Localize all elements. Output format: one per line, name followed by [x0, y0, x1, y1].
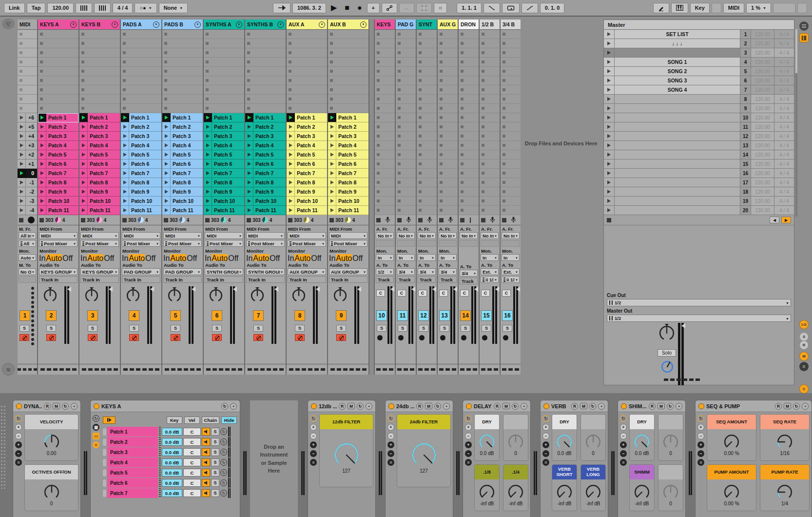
- monitor-option-off[interactable]: Off: [311, 254, 321, 261]
- chain-name[interactable]: Patch 5: [107, 468, 158, 477]
- clip-launch-button[interactable]: [38, 206, 46, 215]
- routing-destination[interactable]: Track In: [329, 276, 367, 283]
- macro-add-icon[interactable]: +: [465, 441, 472, 448]
- arm-button[interactable]: [171, 334, 180, 341]
- chain-solo-button[interactable]: S: [211, 458, 219, 466]
- clip-slot[interactable]: Patch 5: [204, 150, 244, 159]
- clip-slot[interactable]: Patch 11: [204, 206, 244, 215]
- chain-pan[interactable]: C: [183, 479, 201, 487]
- empty-clip-slot[interactable]: [162, 30, 203, 39]
- empty-clip-slot[interactable]: [501, 113, 521, 122]
- solo-button[interactable]: S: [171, 325, 180, 332]
- track-number[interactable]: 3: [87, 310, 98, 321]
- hot-swap-icon[interactable]: ↻: [220, 469, 227, 476]
- scene-name[interactable]: SONG 1: [615, 58, 740, 66]
- macro-knob[interactable]: [507, 484, 524, 500]
- chain-drag-handle[interactable]: [103, 459, 106, 466]
- peak-indicator-icon[interactable]: [432, 287, 436, 292]
- clip-slot[interactable]: Patch 4: [245, 141, 286, 150]
- empty-clip-slot[interactable]: [438, 197, 458, 206]
- empty-clip-slot[interactable]: [287, 76, 327, 85]
- macro-knob[interactable]: [556, 434, 573, 450]
- clip-slot[interactable]: Patch 5: [245, 150, 286, 159]
- empty-clip-slot[interactable]: [417, 48, 437, 58]
- routing-select[interactable]: KEYS GROUP▼: [39, 268, 77, 275]
- stop-clip-button[interactable]: [247, 218, 251, 222]
- clip-slot[interactable]: Patch 1: [204, 113, 244, 122]
- device-header[interactable]: 12db ...RM↻▪: [308, 400, 375, 412]
- clip-slot[interactable]: +5: [18, 122, 37, 132]
- routing-select[interactable]: Post Mixer▼: [163, 240, 202, 247]
- expand-macros-icon[interactable]: +: [542, 424, 549, 431]
- scene-time-signature[interactable]: 4 / 4: [774, 113, 794, 122]
- scene-name[interactable]: [615, 113, 740, 122]
- clip-slot[interactable]: Patch 2: [328, 122, 368, 132]
- clip-slot[interactable]: +1: [18, 159, 37, 169]
- empty-clip-slot[interactable]: [287, 67, 327, 76]
- chain-volume[interactable]: 0.0 dB: [162, 448, 182, 456]
- record-button[interactable]: [438, 334, 447, 341]
- expand-macros-icon[interactable]: +: [465, 424, 472, 431]
- track-number[interactable]: 15: [481, 310, 492, 321]
- track-header[interactable]: SYNT: [417, 20, 437, 30]
- empty-clip-slot[interactable]: [459, 67, 479, 76]
- cue-button[interactable]: C: [397, 290, 406, 297]
- record-button[interactable]: [480, 334, 489, 341]
- clip-launch-button[interactable]: [287, 187, 295, 196]
- scene-time-signature[interactable]: 4 / 4: [774, 169, 794, 178]
- routing-select[interactable]: Post Mixer▼: [80, 240, 119, 247]
- empty-clip-slot[interactable]: [375, 104, 395, 113]
- solo-button[interactable]: S: [377, 325, 387, 332]
- empty-clip-slot[interactable]: [79, 48, 120, 58]
- stop-clip-button[interactable]: [19, 218, 23, 222]
- empty-clip-slot[interactable]: [375, 48, 395, 58]
- clip-slot[interactable]: Patch 1: [121, 113, 161, 122]
- empty-clip-slot[interactable]: [480, 85, 500, 95]
- routing-destination[interactable]: Track In: [288, 276, 326, 283]
- new-button[interactable]: +: [367, 3, 380, 13]
- clip-slot[interactable]: Patch 9: [162, 187, 203, 197]
- empty-clip-slot[interactable]: [245, 58, 286, 67]
- empty-clip-slot[interactable]: [459, 187, 479, 197]
- empty-clip-slot[interactable]: [417, 76, 437, 85]
- scene-time-signature[interactable]: 4 / 4: [774, 30, 794, 39]
- scene-tempo[interactable]: 120.00: [751, 187, 774, 196]
- sync-icon[interactable]: ↻: [512, 403, 519, 410]
- empty-clip-slot[interactable]: [162, 67, 203, 76]
- scene-tempo[interactable]: 120.00: [751, 141, 774, 150]
- empty-clip-slot[interactable]: [459, 197, 479, 206]
- macro-remove-icon[interactable]: −: [620, 450, 627, 457]
- scene-name[interactable]: SONG 4: [615, 85, 740, 94]
- collapse-macros-icon[interactable]: −: [542, 433, 549, 439]
- empty-clip-slot[interactable]: [501, 104, 521, 113]
- scene-time-signature[interactable]: 4 / 4: [774, 206, 794, 215]
- show-devices-icon[interactable]: ▭: [93, 433, 99, 439]
- clip-launch-button[interactable]: [204, 113, 212, 122]
- empty-clip-slot[interactable]: [121, 95, 161, 104]
- empty-clip-slot[interactable]: [396, 30, 416, 39]
- crossfade-assign-row[interactable]: [204, 364, 244, 375]
- clip-slot[interactable]: Patch 3: [287, 132, 327, 141]
- scene-name[interactable]: SET LIST: [615, 30, 740, 39]
- hot-swap-icon[interactable]: ↻: [220, 449, 227, 456]
- clip-slot[interactable]: +4: [18, 132, 37, 141]
- empty-clip-slot[interactable]: [375, 122, 395, 132]
- hot-swap-icon[interactable]: ↻: [387, 415, 394, 422]
- clip-launch-button[interactable]: [38, 197, 46, 205]
- sync-icon[interactable]: ↻: [62, 403, 69, 410]
- empty-clip-slot[interactable]: [480, 187, 500, 197]
- empty-clip-slot[interactable]: [459, 39, 479, 48]
- clip-slot[interactable]: Patch 8: [287, 178, 327, 187]
- scene-time-signature[interactable]: 4 / 4: [774, 122, 794, 131]
- arm-button[interactable]: [19, 334, 29, 341]
- scene-time-signature[interactable]: 4 / 4: [774, 150, 794, 159]
- empty-clip-slot[interactable]: [501, 159, 521, 169]
- scene-name[interactable]: [615, 132, 740, 140]
- clip-slot[interactable]: -4: [18, 206, 37, 215]
- empty-clip-slot[interactable]: [417, 58, 437, 67]
- track-header[interactable]: AUX G: [438, 20, 458, 30]
- empty-clip-slot[interactable]: [121, 85, 161, 95]
- routing-select[interactable]: MIDI▼: [246, 232, 285, 239]
- scene-launch-button[interactable]: [604, 159, 615, 168]
- rack-key-button[interactable]: Key: [167, 417, 182, 424]
